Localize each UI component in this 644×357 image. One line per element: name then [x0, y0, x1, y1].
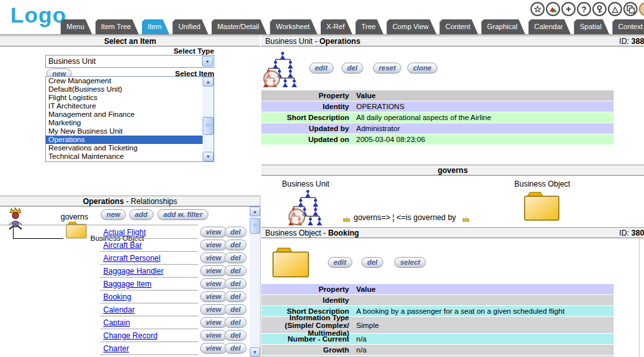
tab-unified[interactable]: Unified: [172, 19, 208, 34]
plus-icon[interactable]: +: [561, 2, 576, 16]
main-tab-bar: Menu Item Tree Item Unified Master/Detai…: [61, 19, 644, 34]
list-item[interactable]: Default(Business Unit): [46, 85, 214, 94]
view-button[interactable]: view: [200, 265, 227, 276]
tab-comp-view[interactable]: Comp View: [387, 19, 436, 34]
delete-button[interactable]: del: [225, 278, 247, 289]
delete-button[interactable]: del: [361, 257, 383, 268]
tree-connector: [13, 238, 63, 239]
view-button[interactable]: view: [200, 278, 227, 289]
relationship-link[interactable]: Actual Flight: [103, 228, 146, 237]
governs-panel-header: governs: [261, 165, 644, 176]
clone-button[interactable]: clone: [407, 63, 438, 74]
delete-button[interactable]: del: [225, 265, 247, 276]
view-button[interactable]: view: [200, 252, 227, 263]
tab-menu[interactable]: Menu: [61, 19, 92, 34]
relationship-link[interactable]: Baggage Item: [103, 280, 152, 289]
list-item[interactable]: Marketing: [46, 119, 214, 127]
relationship-link[interactable]: Aircraft Personel: [103, 254, 161, 263]
relationship-link[interactable]: Baggage Handler: [103, 267, 163, 276]
tab-item[interactable]: Item: [142, 19, 169, 34]
view-button[interactable]: view: [200, 304, 227, 315]
view-button[interactable]: view: [200, 240, 227, 250]
list-item-selected[interactable]: Operations: [46, 136, 203, 144]
delete-button[interactable]: del: [225, 317, 247, 328]
relationship-link[interactable]: Booking: [103, 292, 131, 301]
tab-divider: [0, 34, 644, 35]
scrollbar-thumb[interactable]: [203, 117, 214, 135]
tab-calendar[interactable]: Calendar: [528, 19, 571, 34]
tab-graphical[interactable]: Graphical: [481, 19, 525, 34]
edit-button[interactable]: edit: [309, 63, 334, 74]
scroll-down-icon[interactable]: ▼: [203, 152, 214, 161]
scroll-down-icon[interactable]: ▼: [250, 347, 260, 357]
type-select-value: Business Unit: [48, 57, 96, 66]
view-button[interactable]: view: [200, 317, 227, 328]
star-icon[interactable]: ☆: [530, 2, 545, 16]
delete-button[interactable]: del: [341, 63, 363, 74]
delete-button[interactable]: del: [225, 252, 247, 263]
delete-button[interactable]: del: [225, 291, 247, 302]
view-button[interactable]: view: [200, 227, 227, 238]
list-item[interactable]: Flight Logistics: [46, 94, 214, 102]
chevron-down-icon[interactable]: ▼: [202, 56, 213, 66]
list-item[interactable]: Technical Maintenance: [46, 152, 214, 161]
delete-button[interactable]: del: [225, 330, 247, 341]
list-item[interactable]: Crew Management: [46, 77, 214, 85]
delete-button[interactable]: del: [225, 343, 247, 354]
booking-type-prefix: Business Object -: [265, 229, 328, 238]
layers-triangles-icon[interactable]: [546, 2, 560, 16]
tab-master-detail[interactable]: Master/Detail: [212, 19, 267, 34]
delta-icon[interactable]: △: [608, 2, 622, 16]
delete-button[interactable]: del: [225, 240, 247, 250]
booking-title: Booking: [328, 229, 359, 238]
row-separator: [0, 225, 198, 225]
list-item[interactable]: Reservations and Ticketing: [46, 144, 214, 152]
relationships-panel-header: Operations - Relationships: [0, 196, 260, 207]
view-button[interactable]: view: [200, 291, 227, 302]
relationships-scrollbar: ▲ ▼: [250, 207, 260, 357]
item-listbox: Crew Management Default(Business Unit) F…: [45, 76, 214, 162]
view-button[interactable]: view: [200, 343, 227, 354]
relationship-row: Change Record view del: [100, 329, 248, 342]
tab-content[interactable]: Content: [439, 19, 478, 34]
relationship-link[interactable]: Calendar: [103, 305, 135, 314]
reset-button[interactable]: reset: [373, 63, 401, 74]
view-button[interactable]: view: [200, 330, 227, 341]
folder-icon: [270, 245, 311, 279]
relationship-link[interactable]: Captain: [103, 318, 130, 327]
scrollbar-thumb[interactable]: [250, 218, 260, 234]
app-logo: Logo: [10, 3, 66, 28]
scroll-up-icon[interactable]: ▲: [203, 77, 214, 87]
clipped-toolbar-icon[interactable]: [639, 2, 644, 16]
booking-property-table: Property Value Identity Short Descriptio…: [261, 284, 614, 357]
governs-right-label: Business Object: [514, 179, 570, 189]
new-relationship-button[interactable]: new: [101, 209, 126, 220]
add-with-filter-button[interactable]: add w. filter: [157, 209, 208, 220]
add-button[interactable]: add: [129, 209, 154, 220]
tab-context[interactable]: Context: [612, 19, 644, 34]
governs-title: governs: [265, 166, 640, 176]
list-item[interactable]: Management and Finance: [46, 110, 214, 119]
type-select[interactable]: Business Unit ▼: [45, 55, 214, 68]
delete-button[interactable]: del: [225, 304, 247, 315]
delete-button[interactable]: del: [225, 227, 247, 238]
help-icon[interactable]: ?: [577, 2, 591, 16]
list-item[interactable]: IT Architecture: [46, 102, 214, 110]
relationship-row: Booking view del: [100, 291, 248, 303]
tab-tree[interactable]: Tree: [356, 19, 383, 34]
tab-worksheet[interactable]: Worksheet: [270, 19, 317, 34]
select-button[interactable]: select: [394, 257, 426, 268]
relationship-link[interactable]: Change Record: [103, 331, 157, 340]
tab-x-ref[interactable]: X-Ref: [321, 19, 352, 34]
key-icon[interactable]: [592, 2, 607, 16]
edit-button[interactable]: edit: [328, 257, 352, 268]
scroll-up-icon[interactable]: ▲: [250, 207, 260, 216]
tab-item-tree[interactable]: Item Tree: [96, 19, 139, 34]
list-item[interactable]: My New Business Unit: [46, 127, 214, 136]
detail-panel-header: Business Unit - Operations ID: 3881: [261, 36, 644, 46]
tab-spatial[interactable]: Spatial: [574, 19, 609, 34]
relationship-link[interactable]: Charter: [103, 344, 129, 353]
relationship-link[interactable]: Aircraft Bar: [103, 241, 142, 250]
relation-king-icon: [5, 207, 26, 230]
cascade-windows-icon[interactable]: [623, 2, 638, 16]
